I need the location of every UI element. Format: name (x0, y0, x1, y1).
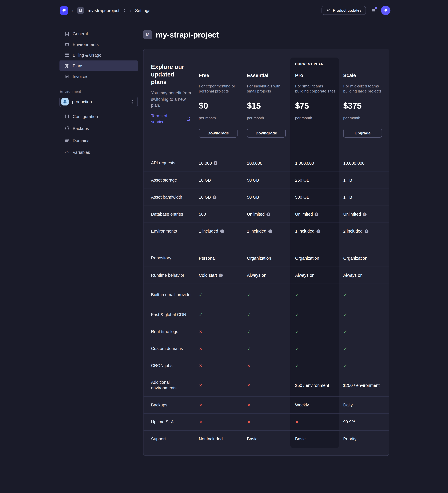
feature-value-cell: Always on (339, 273, 389, 278)
table-row: API requests10,000i100,0001,000,00010,00… (143, 155, 389, 172)
table-row: CRON jobs✕✕✓✓ (143, 357, 389, 374)
feature-value-cell: 1,000,000 (290, 161, 339, 165)
plan-name: Free (199, 73, 209, 78)
feature-value: Basic (247, 437, 257, 441)
sidebar-item-environments[interactable]: Environments (59, 39, 138, 50)
breadcrumb-project-name[interactable]: my-strapi-project (88, 8, 119, 13)
feature-value: 500 GB (295, 195, 309, 200)
sidebar-item-domains[interactable]: Domains (59, 135, 138, 146)
terms-of-service-link[interactable]: Terms of service (151, 113, 191, 125)
info-icon[interactable]: i (268, 229, 272, 233)
external-link-icon (186, 117, 191, 121)
sidebar-item-variables[interactable]: </> Variables (59, 147, 138, 158)
environment-select[interactable]: production (59, 97, 138, 107)
check-mark-icon: ✓ (343, 329, 347, 334)
feature-value-cell: Unlimitedi (339, 212, 389, 217)
downgrade-button[interactable]: Downgrade (247, 129, 286, 137)
refresh-icon (65, 126, 69, 131)
plan-period: per month (343, 116, 360, 120)
plan-period: per month (247, 116, 264, 120)
info-icon[interactable]: i (220, 229, 224, 233)
sidebar-item-backups[interactable]: Backups (59, 123, 138, 134)
feature-label: CRON jobs (143, 363, 192, 368)
feature-value-cell: Unlimitedi (290, 212, 339, 217)
feature-value-cell: 50 GB (242, 178, 290, 183)
downgrade-button[interactable]: Downgrade (199, 129, 238, 137)
feature-value-cell: 500 GB (290, 195, 339, 200)
info-icon[interactable]: i (214, 161, 218, 165)
product-updates-button[interactable]: Product updates (321, 6, 366, 15)
info-icon[interactable]: i (316, 229, 320, 233)
feature-value-cell: Weekly (290, 403, 339, 407)
feature-value-cell: ✓ (290, 346, 339, 351)
feature-label: Database entries (143, 211, 192, 217)
feature-value: Always on (247, 273, 266, 278)
plan-description: For experimenting or personal projects (199, 84, 240, 94)
check-mark-icon: ✓ (199, 312, 203, 317)
feature-value-cell: ✓ (339, 346, 389, 351)
table-row: Asset storage10 GB50 GB250 GB1 TB (143, 171, 389, 189)
sidebar-item-label: Backups (73, 126, 89, 131)
feature-value-cell: 100,000 (242, 161, 290, 165)
feature-value-cell: 1 includedi (194, 229, 242, 234)
upgrade-button[interactable]: Upgrade (343, 129, 382, 137)
feature-value-cell: ✓ (290, 312, 339, 317)
feature-value: 100,000 (247, 161, 262, 165)
feature-value: 1 included (295, 229, 315, 234)
notifications-button[interactable] (371, 8, 376, 13)
feature-label: Support (143, 436, 192, 442)
feature-value: Organization (343, 256, 367, 260)
feature-value-cell: 1 TB (339, 178, 389, 183)
sidebar-item-billing-usage[interactable]: Billing & Usage (59, 50, 138, 60)
feature-value: 10 GB (199, 178, 211, 183)
plans-header-row: Explore our updated plans You may benefi… (143, 49, 389, 155)
sidebar-item-plans[interactable]: Plans (59, 60, 138, 71)
feature-value-cell: ✕ (242, 419, 290, 425)
info-icon[interactable]: i (363, 212, 367, 216)
table-row: Asset bandwidth10 GBi50 GB500 GB1 TB (143, 189, 389, 206)
project-switcher-button[interactable] (123, 8, 126, 12)
info-icon[interactable]: i (315, 212, 318, 216)
plans-feature-table: API requests10,000i100,0001,000,00010,00… (143, 155, 389, 447)
feature-label: Custom domains (143, 346, 192, 351)
plan-price: $375 (343, 101, 361, 111)
feature-value: Unlimited (247, 212, 265, 217)
terms-of-service-label: Terms of service (151, 113, 171, 125)
breadcrumb: / M my-strapi-project / Settings (60, 6, 150, 14)
sidebar-item-label: Invoices (73, 74, 88, 79)
info-icon[interactable]: i (266, 212, 270, 216)
plan-column-essential: EssentialFor individuals with small proj… (242, 49, 290, 155)
table-row: Additional environments✕✕$50 / environme… (143, 374, 389, 396)
project-initial-badge: M (77, 7, 84, 14)
feature-value-cell: ✓ (339, 312, 389, 317)
feature-value-cell: 10,000i (194, 161, 242, 165)
check-mark-icon: ✓ (295, 329, 299, 334)
sidebar-item-general[interactable]: General (59, 28, 138, 39)
info-icon[interactable]: i (213, 195, 217, 199)
plan-description: For small teams building corporate sites (295, 84, 336, 94)
feature-value-cell: 1 TB (339, 195, 389, 200)
feature-value-cell: ✕ (242, 403, 290, 407)
environment-layers-icon (61, 98, 69, 106)
breadcrumb-settings[interactable]: Settings (135, 8, 151, 13)
feature-value: 10,000 (199, 161, 212, 165)
table-row: Uptime SLA✕✕✕99.9% (143, 413, 389, 430)
feature-value: Always on (343, 273, 363, 278)
sidebar-item-label: Configuration (73, 114, 98, 119)
info-icon[interactable]: i (364, 229, 368, 233)
sidebar-item-invoices[interactable]: Invoices (59, 71, 138, 82)
header-actions: Product updates (321, 6, 390, 15)
strapi-logo[interactable] (60, 6, 68, 14)
feature-label: Built-in email provider (143, 292, 192, 298)
feature-value: Personal (199, 256, 216, 260)
sidebar-item-label: Variables (73, 150, 90, 155)
check-mark-icon: ✓ (295, 363, 299, 368)
plan-column-pro: CURRENT PLANProFor small teams building … (290, 49, 339, 155)
feature-value-cell: ✓ (194, 312, 242, 317)
user-avatar[interactable] (381, 6, 391, 15)
sidebar-item-configuration[interactable]: Configuration (59, 111, 138, 122)
info-icon[interactable]: i (219, 273, 223, 277)
folder-icon (65, 138, 69, 143)
feature-value-cell: 99.9% (339, 420, 389, 424)
feature-value-cell: Not Included (194, 437, 242, 441)
